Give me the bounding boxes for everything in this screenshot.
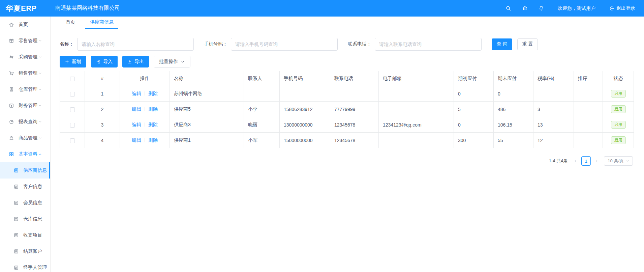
page-size-select[interactable]: 10 条/页 bbox=[604, 156, 633, 166]
chevron-down-icon bbox=[38, 120, 42, 124]
row-checkbox[interactable] bbox=[70, 138, 75, 143]
sidebar-subitem-depot-info[interactable]: 仓库信息 bbox=[0, 211, 50, 227]
filter-row: 名称：手机号码：联系电话： 查 询 重 置 bbox=[60, 38, 633, 51]
doc-icon bbox=[13, 249, 19, 254]
cell-contact: 小季 bbox=[244, 102, 280, 117]
sidebar-item-report[interactable]: 报表查询 bbox=[0, 114, 50, 130]
doc-icon bbox=[13, 168, 19, 173]
doc-icon bbox=[13, 265, 19, 270]
sidebar-subitem-handler-mgmt[interactable]: 经手人管理 bbox=[0, 260, 50, 272]
status-badge: 启用 bbox=[611, 90, 626, 97]
column-header: 名称 bbox=[170, 71, 244, 86]
cell-mobile: 15000000000 bbox=[280, 133, 330, 148]
import-button[interactable]: 导入 bbox=[91, 56, 118, 67]
action-divider bbox=[145, 123, 145, 127]
bell-icon[interactable] bbox=[539, 5, 544, 11]
add-button[interactable]: 新增 bbox=[60, 56, 86, 67]
cell-phone: 12345678 bbox=[330, 133, 379, 148]
row-index: 3 bbox=[85, 117, 120, 133]
edit-link[interactable]: 编辑 bbox=[132, 137, 141, 143]
filter-input-mobile[interactable] bbox=[231, 38, 338, 51]
chevron-down-icon bbox=[38, 87, 42, 91]
filter-label-phone: 联系电话： bbox=[348, 41, 371, 47]
row-status: 启用 bbox=[603, 102, 634, 117]
edit-link[interactable]: 编辑 bbox=[132, 106, 141, 112]
cell-name: 供应商1 bbox=[170, 133, 244, 148]
cell-opening_payable: 0 bbox=[454, 117, 494, 133]
next-page-button[interactable] bbox=[593, 156, 601, 166]
sidebar-item-label: 零售管理 bbox=[19, 38, 37, 44]
cell-opening_payable: 300 bbox=[454, 133, 494, 148]
batch-actions-label: 批量操作 bbox=[159, 59, 178, 65]
filter-input-name[interactable] bbox=[77, 38, 194, 51]
app-logo: 华夏ERP bbox=[0, 3, 51, 13]
sidebar-subitem-label: 收支项目 bbox=[23, 232, 42, 238]
sidebar-item-sales[interactable]: 销售管理 bbox=[0, 65, 50, 81]
sidebar-subitem-settlement-account[interactable]: 结算账户 bbox=[0, 243, 50, 260]
sidebar: 首页零售管理采购管理销售管理仓库管理财务管理报表查询商品管理基本资料供应商信息客… bbox=[0, 17, 51, 272]
sidebar-subitem-label: 客户信息 bbox=[23, 184, 42, 190]
sidebar-subitem-label: 结算账户 bbox=[23, 248, 42, 254]
sidebar-item-label: 销售管理 bbox=[19, 70, 37, 76]
sidebar-item-purchase[interactable]: 采购管理 bbox=[0, 49, 50, 65]
toolbar: 新增 导入 导出 批量操作 bbox=[60, 56, 633, 67]
add-button-label: 新增 bbox=[72, 59, 81, 65]
action-divider bbox=[145, 91, 145, 96]
filter-input-phone[interactable] bbox=[375, 38, 482, 51]
batch-actions-button[interactable]: 批量操作 bbox=[154, 56, 190, 67]
column-header: 手机号码 bbox=[280, 71, 330, 86]
logout-button[interactable]: 退出登录 bbox=[609, 5, 635, 11]
prev-page-button[interactable] bbox=[572, 156, 579, 166]
delete-link[interactable]: 删除 bbox=[148, 137, 158, 143]
delete-link[interactable]: 删除 bbox=[148, 106, 158, 112]
cell-tax_rate: 12 bbox=[533, 133, 574, 148]
edit-link[interactable]: 编辑 bbox=[132, 91, 141, 96]
row-status: 启用 bbox=[603, 86, 634, 102]
table-body: 1编辑删除苏州蜗牛网络00启用2编辑删除供应商5小季15806283912777… bbox=[60, 86, 634, 148]
sidebar-item-home[interactable]: 首页 bbox=[0, 17, 50, 33]
reset-button[interactable]: 重 置 bbox=[517, 38, 538, 50]
chevron-up-icon bbox=[38, 152, 42, 156]
bank-icon[interactable] bbox=[522, 5, 528, 11]
sidebar-subitem-supplier-info[interactable]: 供应商信息 bbox=[0, 162, 50, 179]
pie-icon bbox=[9, 119, 14, 125]
cell-mobile: 15806283912 bbox=[280, 102, 330, 117]
row-checkbox-cell bbox=[60, 86, 85, 102]
chevron-right-icon bbox=[595, 159, 599, 163]
page-number-button[interactable]: 1 bbox=[581, 156, 591, 166]
tab-supplier-info[interactable]: 供应商信息 bbox=[85, 17, 118, 29]
sidebar-subitem-customer-info[interactable]: 客户信息 bbox=[0, 179, 50, 195]
cell-email bbox=[379, 102, 454, 117]
import-icon bbox=[96, 59, 101, 64]
cell-name: 供应商5 bbox=[170, 102, 244, 117]
tab-home[interactable]: 首页 bbox=[61, 17, 80, 29]
edit-link[interactable]: 编辑 bbox=[132, 122, 141, 127]
table-row: 3编辑删除供应商3晓丽13000000000123456781234123@qq… bbox=[60, 117, 634, 133]
delete-link[interactable]: 删除 bbox=[148, 122, 158, 127]
sidebar-item-label: 仓库管理 bbox=[19, 86, 37, 92]
sidebar-item-goods[interactable]: 商品管理 bbox=[0, 130, 50, 146]
row-checkbox[interactable] bbox=[70, 107, 75, 112]
row-checkbox[interactable] bbox=[70, 123, 75, 128]
select-all-checkbox[interactable] bbox=[70, 77, 75, 81]
row-actions: 编辑删除 bbox=[120, 102, 170, 117]
cell-sort bbox=[574, 117, 603, 133]
sidebar-item-finance[interactable]: 财务管理 bbox=[0, 98, 50, 114]
filter-fields: 名称：手机号码：联系电话： bbox=[60, 38, 492, 51]
cell-closing_payable: 0 bbox=[494, 86, 533, 102]
sidebar-subitem-label: 经手人管理 bbox=[23, 265, 47, 271]
search-button[interactable]: 查 询 bbox=[492, 38, 512, 50]
column-header: 期初应付 bbox=[454, 71, 494, 86]
pagination-total: 1-4 共4条 bbox=[549, 158, 568, 164]
export-button[interactable]: 导出 bbox=[122, 56, 149, 67]
delete-link[interactable]: 删除 bbox=[148, 91, 158, 96]
cell-opening_payable: 5 bbox=[454, 102, 494, 117]
row-checkbox[interactable] bbox=[70, 92, 75, 97]
sidebar-subitem-inout-item[interactable]: 收支项目 bbox=[0, 227, 50, 243]
sidebar-item-warehouse[interactable]: 仓库管理 bbox=[0, 81, 50, 98]
doc-icon bbox=[13, 184, 19, 189]
search-icon[interactable] bbox=[505, 5, 511, 11]
sidebar-subitem-member-info[interactable]: 会员信息 bbox=[0, 195, 50, 211]
sidebar-item-retail[interactable]: 零售管理 bbox=[0, 33, 50, 49]
sidebar-item-basic[interactable]: 基本资料 bbox=[0, 146, 50, 162]
